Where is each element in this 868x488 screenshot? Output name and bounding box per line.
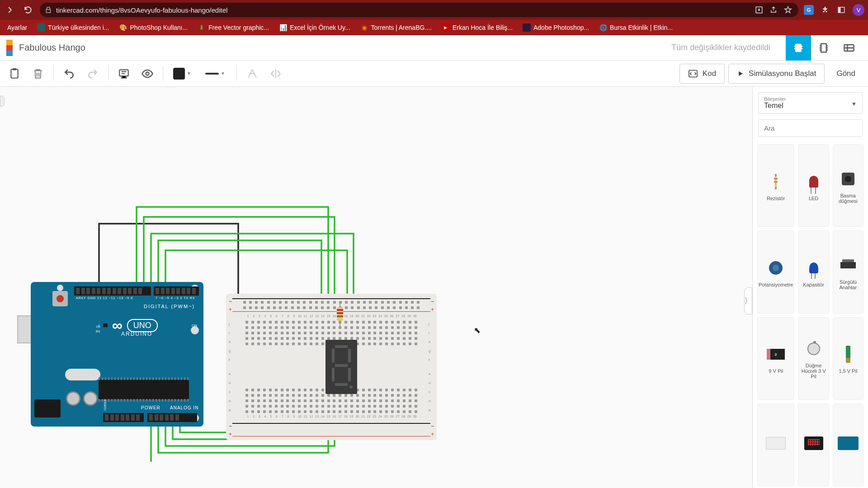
component-category-dropdown[interactable]: Bileşenler Temel ▼ xyxy=(758,92,863,114)
component-breadboard-small[interactable] xyxy=(757,404,794,486)
send-button[interactable]: Gönd xyxy=(828,64,863,84)
component-pushbutton[interactable]: Basma düğmesi xyxy=(833,144,863,227)
wire-color-picker[interactable]: ▼ xyxy=(169,64,196,84)
category-label: Bileşenler xyxy=(764,96,857,102)
extensions-icon[interactable] xyxy=(820,5,830,15)
analog-pins[interactable] xyxy=(147,413,197,422)
view-tab-circuit[interactable] xyxy=(786,35,811,61)
bookmark-star-icon[interactable] xyxy=(783,5,793,15)
arduino-uno[interactable]: AREF GND 13 12 ~11 ~10 ~9 8 7 ~6 ~5 4 ~3… xyxy=(18,282,203,427)
bookmarks-bar: Ayarlar Türkiye ülkesinden i... 🎨PhotoSh… xyxy=(0,20,868,35)
components-panel: Bileşenler Temel ▼ Rezistör LED Basma dü… xyxy=(752,87,868,488)
app-header: Fabulous Hango Tüm değişiklikler kaydedi… xyxy=(0,35,868,61)
youtube-icon: ▶ xyxy=(442,23,450,32)
paste-button[interactable] xyxy=(5,64,24,84)
globe-icon xyxy=(37,23,45,32)
svg-rect-7 xyxy=(802,48,802,49)
bookmark-item[interactable]: Adobe Photoshop... xyxy=(519,22,593,33)
component-search-input[interactable] xyxy=(758,119,863,137)
power-jack xyxy=(34,399,61,418)
component-grid: Rezistör LED Basma düğmesi Potansiyometr… xyxy=(753,142,868,488)
resistor[interactable] xyxy=(337,303,343,325)
view-tabs xyxy=(786,35,862,61)
power-pins[interactable] xyxy=(103,413,144,422)
svg-rect-8 xyxy=(821,43,826,52)
bookmark-item[interactable]: ▶Erkan Hoca İle Biliş... xyxy=(438,22,516,33)
power-label: POWER xyxy=(141,405,160,410)
redo-button[interactable] xyxy=(83,64,103,84)
panel-collapse-button[interactable]: 〉 xyxy=(744,287,752,314)
play-icon xyxy=(737,70,744,77)
sidepanel-icon[interactable] xyxy=(836,5,846,15)
url-text: tinkercad.com/things/8vsOAevyufo-fabulou… xyxy=(56,6,750,14)
translate-icon[interactable]: G xyxy=(804,5,814,15)
canvas[interactable]: AREF GND 13 12 ~11 ~10 ~9 8 7 ~6 ~5 4 ~3… xyxy=(0,87,752,488)
component-9v-battery[interactable]: ≥9 V Pil xyxy=(757,317,794,400)
canvas-handle[interactable] xyxy=(0,96,5,107)
lock-icon xyxy=(45,7,52,13)
adobe-icon xyxy=(523,23,531,32)
svg-point-12 xyxy=(146,72,149,75)
download-icon: ⬇ xyxy=(198,23,206,32)
svg-rect-10 xyxy=(13,68,17,70)
toolbar: ▼ ▼ Kod Simülasyonu Başlat Gönd xyxy=(0,61,868,87)
view-tab-schematic[interactable] xyxy=(811,35,836,61)
bookmark-item[interactable]: 🎨PhotoShop Kullanı... xyxy=(116,22,192,33)
globe-icon: 🌐 xyxy=(599,23,607,32)
chevron-down-icon: ▼ xyxy=(187,71,191,76)
svg-rect-3 xyxy=(795,43,802,52)
component-coin-cell[interactable]: Düğme Hücreli 3 V Pil xyxy=(798,317,829,400)
delete-button[interactable] xyxy=(28,64,48,84)
component-slide-switch[interactable]: Sürgülü Anahtar xyxy=(833,230,863,313)
bookmark-item[interactable]: Ayarlar xyxy=(4,22,31,33)
analog-label: ANALOG IN xyxy=(170,405,198,410)
excel-icon: 📊 xyxy=(279,23,287,32)
chevron-down-icon: ▼ xyxy=(221,71,225,76)
profile-avatar[interactable]: V xyxy=(853,4,864,16)
component-aa-battery[interactable]: 1,5 V Pil xyxy=(833,317,863,400)
atmega-chip xyxy=(99,380,189,399)
uno-label: UNO xyxy=(127,319,158,332)
wire-style-picker[interactable]: ▼ xyxy=(199,64,231,84)
component-led[interactable]: LED xyxy=(798,144,829,227)
svg-rect-2 xyxy=(838,7,840,13)
rotate-button[interactable] xyxy=(242,64,262,84)
project-title[interactable]: Fabulous Hango xyxy=(19,42,85,53)
code-button[interactable]: Kod xyxy=(679,64,725,84)
bookmark-item[interactable]: 📊Excel İçin Örnek Uy... xyxy=(275,22,354,33)
component-microbit[interactable] xyxy=(798,404,829,486)
component-potentiometer[interactable]: Potansiyometre xyxy=(757,230,794,313)
digital-pins-2[interactable] xyxy=(154,286,199,296)
browser-actions: G V xyxy=(804,4,864,16)
digital-pins[interactable] xyxy=(74,286,151,296)
reset-button[interactable] xyxy=(52,291,68,306)
bookmark-item[interactable]: ◉Torrents | ArenaBG.... xyxy=(357,22,435,33)
category-value: Temel xyxy=(764,102,857,110)
chevron-down-icon: ▼ xyxy=(851,101,857,107)
bookmark-item[interactable]: 🌐Bursa Etkinlik | Etkin... xyxy=(595,22,676,33)
mirror-button[interactable] xyxy=(266,64,286,84)
component-arduino[interactable] xyxy=(833,404,863,486)
cursor-icon: ⬉ xyxy=(474,325,481,335)
view-tab-list[interactable] xyxy=(836,35,862,61)
tinkercad-logo-icon[interactable] xyxy=(6,40,13,56)
seven-segment-display[interactable] xyxy=(326,340,357,394)
visibility-button[interactable] xyxy=(137,64,157,84)
component-capacitor[interactable]: Kapasitör xyxy=(798,230,829,313)
digital-label: DIGITAL (PWM~) xyxy=(144,304,195,309)
install-icon[interactable] xyxy=(754,5,764,15)
reload-button[interactable] xyxy=(22,4,34,16)
svg-rect-4 xyxy=(794,46,795,47)
start-simulation-button[interactable]: Simülasyonu Başlat xyxy=(728,64,825,84)
share-icon[interactable] xyxy=(769,5,778,15)
forward-button[interactable] xyxy=(4,4,16,16)
svg-rect-9 xyxy=(11,69,18,78)
component-resistor[interactable]: Rezistör xyxy=(757,144,794,227)
save-status: Tüm değişiklikler kaydedildi xyxy=(671,43,770,52)
annotation-button[interactable] xyxy=(114,64,134,84)
bookmark-item[interactable]: Türkiye ülkesinden i... xyxy=(33,22,113,33)
bookmark-item[interactable]: ⬇Free Vector graphic... xyxy=(194,22,273,33)
url-bar[interactable]: tinkercad.com/things/8vsOAevyufo-fabulou… xyxy=(40,3,798,17)
browser-chrome: tinkercad.com/things/8vsOAevyufo-fabulou… xyxy=(0,0,868,20)
undo-button[interactable] xyxy=(59,64,79,84)
